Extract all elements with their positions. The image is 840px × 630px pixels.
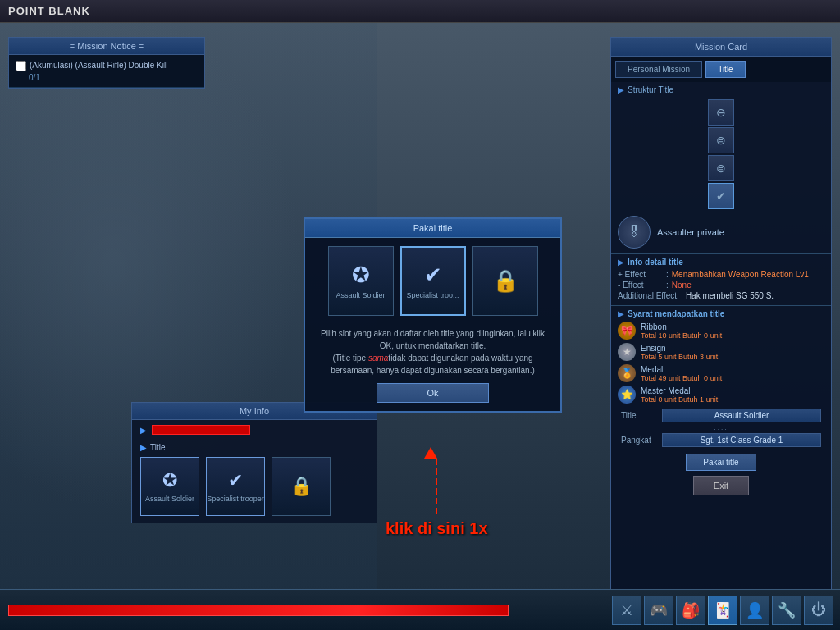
medal-name: Medal (641, 365, 722, 374)
info-detail-arrow: ▶ (618, 258, 624, 267)
ribbon-icon: 🎀 (618, 322, 636, 340)
mission-notice-panel: = Mission Notice = (Akumulasi) (Assault … (8, 37, 205, 89)
syarat-row-medal: 🏅 Medal Total 49 unit Butuh 0 unit (618, 364, 824, 382)
modal-header: Pakai title (305, 219, 560, 238)
title-slot-specialist[interactable]: ✔ Specialist trooper (206, 457, 265, 516)
modal-dialog: Pakai title ✪ Assault Soldier ✔ Speciali… (304, 217, 562, 413)
logo-text: POINT BLANK (8, 5, 90, 17)
effect-minus-val: None (672, 281, 692, 290)
xp-bar (8, 605, 509, 616)
struktur-label: Struktur Title (628, 85, 673, 94)
title-section: ▶ Title ✪ Assault Soldier ✔ Specialist t… (132, 440, 377, 523)
add-effect-key: Additional Effect: (618, 291, 679, 300)
ensign-icon: ★ (618, 343, 636, 361)
master-medal-detail: Total 0 unit Butuh 1 unit (641, 395, 718, 404)
locked-slot-icon: 🔒 (290, 476, 313, 497)
taskbar-icons: ⚔ 🎮 🎒 🃏 👤 🔧 ⏻ (605, 596, 840, 625)
mission-card-header: Mission Card (611, 38, 831, 57)
assaulter-badge: 🎖 Assaulter private (611, 211, 831, 253)
taskbar-icon-3[interactable]: 🎒 (676, 596, 705, 625)
master-medal-icon: ⭐ (618, 386, 636, 404)
modal-slot-locked[interactable]: 🔒 (472, 246, 538, 316)
syarat-arrow: ▶ (618, 309, 624, 318)
effect-minus-key: - Effect (618, 281, 663, 290)
mission-progress: 0/1 (16, 73, 198, 82)
ribbon-need-val: 0 (704, 331, 708, 340)
effect-minus-row: - Effect : None (618, 281, 824, 290)
title-arrow-icon: ▶ (140, 443, 147, 452)
ribbon-need-label: Butuh (682, 331, 704, 340)
modal-desc-line3: (Title tipe (332, 354, 368, 363)
ribbon-unit1: unit (669, 331, 681, 340)
ensign-name: Ensign (641, 344, 718, 353)
syarat-row-ribbon: 🎀 Ribbon Total 10 unit Butuh 0 unit (618, 322, 824, 340)
hp-bar (152, 425, 250, 435)
modal-slot-specialist[interactable]: ✔ Specialist troo... (400, 246, 466, 316)
assault-slot-icon: ✪ (162, 470, 177, 491)
title-key: Title (621, 411, 662, 420)
arrow-head (424, 447, 437, 459)
modal-highlight: sama (368, 354, 388, 363)
modal-desc-line1: Pilih slot yang akan didaftar oleh title… (321, 329, 545, 338)
icon-btn-2[interactable]: ⊜ (708, 127, 734, 153)
hp-bar-container: ▶ (132, 420, 377, 440)
my-info-panel: My Info ▶ ▶ Title ✪ Assault Soldier ✔ Sp… (131, 402, 377, 523)
exit-button[interactable]: Exit (693, 476, 749, 495)
modal-description: Pilih slot yang akan didaftar oleh title… (305, 324, 560, 383)
title-slot-locked[interactable]: 🔒 (272, 457, 331, 516)
assault-slot-label: Assault Soldier (145, 495, 194, 504)
taskbar-icon-6[interactable]: 🔧 (772, 596, 801, 625)
specialist-slot-label: Specialist trooper (207, 495, 264, 504)
modal-desc-line3-suffix: tidak dapat digunakan pada waktu yang (388, 354, 532, 363)
mission-checkbox[interactable] (16, 61, 26, 71)
modal-locked-icon: 🔒 (492, 268, 518, 294)
icon-btn-4[interactable]: ✔ (708, 183, 734, 209)
modal-slot-assault[interactable]: ✪ Assault Soldier (328, 246, 394, 316)
mission-card-panel: Mission Card Personal Mission Title ▶ St… (610, 37, 832, 611)
tab-title[interactable]: Title (705, 61, 746, 78)
syarat-row-master-medal: ⭐ Master Medal Total 0 unit Butuh 1 unit (618, 386, 824, 404)
struktur-row: ▶ Struktur Title (611, 82, 831, 98)
annotation-text: klik di sini 1x (386, 519, 488, 538)
annotation: klik di sini 1x (386, 447, 488, 538)
title-text: Title (150, 443, 166, 452)
modal-desc-line4: bersamaan, hanya dapat digunakan secara … (331, 366, 535, 375)
taskbar-icon-4[interactable]: 🃏 (708, 596, 737, 625)
mission-notice-header: = Mission Notice = (9, 38, 204, 55)
taskbar-icon-1[interactable]: ⚔ (612, 596, 641, 625)
xp-bar-area (0, 605, 605, 616)
modal-ok-button[interactable]: Ok (377, 383, 488, 403)
title-slots: ✪ Assault Soldier ✔ Specialist trooper 🔒 (140, 457, 368, 516)
ribbon-name: Ribbon (641, 322, 722, 331)
add-effect-val: Hak membeli SG 550 S. (686, 291, 774, 300)
title-icons-column: ⊖ ⊜ ⊜ ✔ (611, 98, 831, 211)
effect-plus-key: + Effect (618, 270, 663, 279)
taskbar: ⚔ 🎮 🎒 🃏 👤 🔧 ⏻ (0, 589, 840, 630)
mission-text: (Akumulasi) (Assault Rifle) Double Kill (30, 60, 167, 71)
taskbar-icon-power[interactable]: ⏻ (804, 596, 833, 625)
tab-personal-mission[interactable]: Personal Mission (615, 61, 702, 78)
additional-effect-row: Additional Effect: Hak membeli SG 550 S. (618, 291, 824, 300)
mission-item: (Akumulasi) (Assault Rifle) Double Kill … (9, 55, 204, 88)
modal-desc-line2: OK, untuk mendaftarkan title. (380, 341, 486, 350)
taskbar-icon-2[interactable]: 🎮 (644, 596, 673, 625)
icon-btn-3[interactable]: ⊜ (708, 155, 734, 181)
pangkat-key: Pangkat (621, 436, 662, 445)
modal-slots: ✪ Assault Soldier ✔ Specialist troo... 🔒 (305, 238, 560, 324)
effect-plus-row: + Effect : Menambahkan Weapon Reaction L… (618, 270, 824, 279)
badge-name: Assaulter private (657, 227, 724, 237)
badge-icon: 🎖 (618, 216, 651, 249)
title-val: Assault Soldier (662, 409, 821, 422)
taskbar-icon-5[interactable]: 👤 (740, 596, 769, 625)
struktur-arrow-icon: ▶ (618, 85, 624, 94)
modal-specialist-label: Specialist troo... (406, 291, 459, 300)
syarat-section: ▶ Syarat mendapatkan title 🎀 Ribbon Tota… (611, 305, 831, 502)
title-slot-assault[interactable]: ✪ Assault Soldier (140, 457, 199, 516)
modal-assault-icon: ✪ (352, 262, 370, 288)
pangkat-row: Pangkat Sgt. 1st Class Grade 1 (618, 431, 824, 449)
ensign-detail: Total 5 unit Butuh 3 unit (641, 353, 718, 361)
icon-btn-1[interactable]: ⊖ (708, 99, 734, 126)
syarat-header: ▶ Syarat mendapatkan title (618, 309, 824, 318)
pakai-title-button[interactable]: Pakai title (686, 454, 756, 471)
mission-card-tabs: Personal Mission Title (611, 57, 831, 82)
